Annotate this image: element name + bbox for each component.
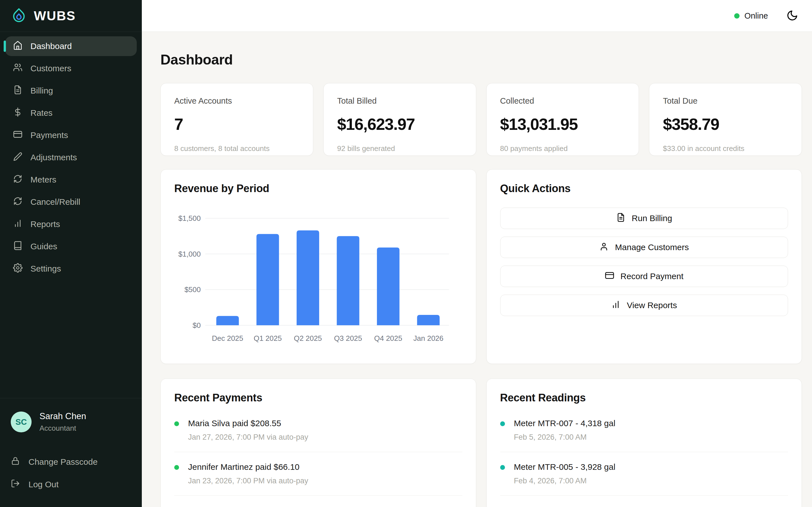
revenue-chart-card: Revenue by Period $0$500$1,000$1,500Dec …: [160, 169, 476, 364]
chart-title: Revenue by Period: [174, 182, 462, 194]
list-item-subtitle: Jan 27, 2026, 7:00 PM via auto-pay: [188, 433, 308, 442]
online-status-label: Online: [744, 11, 768, 20]
app-name: WUBS: [34, 8, 76, 23]
sidebar-item-dashboard[interactable]: Dashboard: [5, 36, 137, 56]
file-text-icon: [13, 85, 22, 97]
list-item-text: Maria Silva paid $208.55Jan 27, 2026, 7:…: [188, 418, 308, 442]
topbar: Online: [142, 0, 812, 32]
stat-card-collected: Collected$13,031.9580 payments applied: [486, 83, 639, 156]
sidebar-item-reports[interactable]: Reports: [5, 214, 137, 234]
sidebar-item-cancel-rebill[interactable]: Cancel/Rebill: [5, 192, 137, 212]
refresh-icon: [13, 196, 22, 208]
x-axis-tick-label: Q1 2025: [254, 334, 282, 342]
list-item-subtitle: Feb 4, 2026, 7:00 AM: [514, 476, 615, 485]
sidebar-item-guides[interactable]: Guides: [5, 237, 137, 256]
stat-card-total-due: Total Due$358.79$33.00 in account credit…: [649, 83, 802, 156]
stat-subtext: 8 customers, 8 total accounts: [174, 144, 299, 153]
dark-mode-toggle[interactable]: [785, 9, 799, 22]
sidebar-item-label: Cancel/Rebill: [31, 197, 80, 207]
app-logo-row: WUBS: [0, 0, 142, 32]
main-area: Online Dashboard Active Accounts78 custo…: [142, 0, 812, 507]
stat-label: Total Due: [663, 96, 788, 106]
stat-label: Total Billed: [337, 96, 462, 106]
x-axis-tick-label: Dec 2025: [212, 334, 243, 342]
list-item: Meter MTR-007 - 4,318 galFeb 5, 2026, 7:…: [500, 408, 788, 452]
sidebar-item-label: Customers: [31, 64, 71, 73]
stat-value: $13,031.95: [500, 115, 625, 133]
stat-cards-row: Active Accounts78 customers, 8 total acc…: [160, 83, 802, 156]
moon-icon: [786, 10, 798, 22]
sidebar-item-rates[interactable]: Rates: [5, 103, 137, 123]
sidebar-item-settings[interactable]: Settings: [5, 259, 137, 279]
bar-q2-2025: [297, 230, 319, 325]
bar-q1-2025: [257, 234, 279, 325]
user-name: Sarah Chen: [40, 411, 86, 421]
sidebar-item-adjustments[interactable]: Adjustments: [5, 148, 137, 167]
recent-payments-card: Recent Payments Maria Silva paid $208.55…: [160, 379, 476, 507]
list-item: Jennifer Martinez paid $66.10Jan 23, 202…: [174, 452, 462, 496]
y-axis-tick-label: $1,000: [179, 250, 201, 258]
quick-action-label: Manage Customers: [615, 242, 689, 252]
manage-customers-button[interactable]: Manage Customers: [500, 237, 788, 258]
status-dot-icon: [500, 421, 505, 426]
sidebar-item-meters[interactable]: Meters: [5, 170, 137, 189]
list-item: Luis Trujillo paid $226.80: [174, 496, 462, 507]
y-axis-tick-label: $0: [193, 321, 201, 330]
recent-readings-title: Recent Readings: [500, 392, 788, 404]
sidebar-item-billing[interactable]: Billing: [5, 81, 137, 101]
account-actions: Change PasscodeLog Out: [11, 451, 131, 496]
list-item-title: Meter MTR-007 - 4,318 gal: [514, 418, 615, 428]
dashboard-content: Dashboard Active Accounts78 customers, 8…: [142, 32, 812, 507]
page-title: Dashboard: [160, 52, 802, 68]
gear-icon: [13, 263, 22, 275]
sidebar-item-label: Dashboard: [31, 41, 72, 51]
status-dot-icon: [500, 465, 505, 470]
dollar-icon: [13, 107, 22, 119]
list-item-text: Meter MTR-005 - 2,599 gal: [514, 506, 615, 507]
list-item-title: Maria Silva paid $208.55: [188, 418, 308, 428]
book-icon: [13, 241, 22, 252]
credit-card-icon: [13, 129, 22, 141]
stat-label: Collected: [500, 96, 625, 106]
list-item: Maria Silva paid $208.55Jan 27, 2026, 7:…: [174, 408, 462, 452]
list-item-subtitle: Jan 23, 2026, 7:00 PM via auto-pay: [188, 476, 308, 485]
user-icon: [599, 242, 609, 253]
sidebar-item-payments[interactable]: Payments: [5, 125, 137, 145]
status-dot-icon: [174, 421, 179, 426]
home-icon: [13, 41, 22, 52]
quick-actions-list: Run BillingManage CustomersRecord Paymen…: [500, 208, 788, 316]
x-axis-tick-label: Jan 2026: [413, 334, 444, 342]
status-dot-icon: [174, 465, 179, 470]
sidebar-item-customers[interactable]: Customers: [5, 59, 137, 78]
change-passcode-button[interactable]: Change Passcode: [11, 451, 131, 473]
bar-chart-icon: [611, 300, 620, 311]
revenue-bar-chart: $0$500$1,000$1,500Dec 2025Q1 2025Q2 2025…: [174, 199, 462, 351]
y-axis-tick-label: $1,500: [179, 214, 201, 223]
sidebar-item-label: Adjustments: [31, 153, 77, 162]
record-payment-button[interactable]: Record Payment: [500, 266, 788, 287]
stat-value: $358.79: [663, 115, 788, 133]
view-reports-button[interactable]: View Reports: [500, 295, 788, 316]
sidebar-item-label: Guides: [31, 242, 57, 251]
droplet-logo-icon: [11, 7, 27, 24]
log-out-button[interactable]: Log Out: [11, 473, 131, 496]
stat-label: Active Accounts: [174, 96, 299, 106]
list-item: Meter MTR-005 - 3,928 galFeb 4, 2026, 7:…: [500, 452, 788, 496]
y-axis-tick-label: $500: [185, 285, 201, 294]
sidebar-item-label: Payments: [31, 130, 68, 140]
list-item-title: Meter MTR-005 - 3,928 gal: [514, 462, 615, 472]
online-status-dot-icon: [734, 13, 740, 18]
account-action-label: Change Passcode: [29, 457, 98, 467]
user-role: Accountant: [40, 424, 86, 433]
recent-readings-card: Recent Readings Meter MTR-007 - 4,318 ga…: [486, 379, 802, 507]
run-billing-button[interactable]: Run Billing: [500, 208, 788, 229]
bar-q3-2025: [337, 236, 359, 325]
avatar: SC: [11, 411, 32, 432]
users-icon: [13, 63, 22, 74]
stat-subtext: 92 bills generated: [337, 144, 462, 153]
list-item-text: Meter MTR-007 - 4,318 galFeb 5, 2026, 7:…: [514, 418, 615, 442]
sidebar-item-label: Reports: [31, 219, 60, 229]
x-axis-tick-label: Q4 2025: [374, 334, 402, 342]
quick-actions-title: Quick Actions: [500, 182, 788, 194]
quick-action-label: Record Payment: [620, 272, 683, 281]
